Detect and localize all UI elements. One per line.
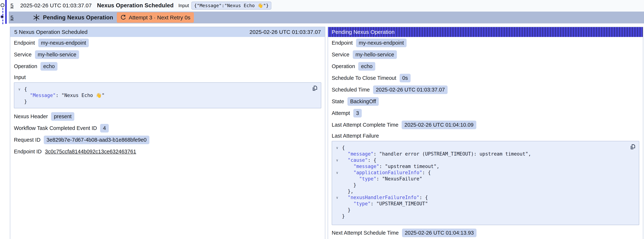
collapse-chevron-icon [17,98,24,105]
copy-icon [312,85,318,91]
code-line: "message": "upstream timeout", [335,163,626,170]
field-endpoint: Endpoint my-nexus-endpoint [328,37,643,49]
collapse-chevron-icon [335,213,342,219]
pending-asterisk-icon [32,14,40,22]
field-label: Next Attempt Schedule Time [332,230,399,236]
field-label: Endpoint [14,40,35,46]
code-line: ∨{ [335,144,626,151]
field-value-badge: my-nexus-endpoint [38,38,89,47]
code-line: } [17,98,308,105]
event-row-nexus-operation-scheduled[interactable]: 5 2025-02-26 UTC 01:03:37.07 Nexus Opera… [9,0,644,11]
retry-status-badge: Attempt 3 · Next Retry 0s [117,12,194,23]
event-id-link[interactable]: 5 [10,2,14,8]
event-detail-header[interactable]: 5 Nexus Operation Scheduled 2025-02-26 U… [10,27,325,37]
field-label: Service [332,52,350,58]
copy-icon [630,144,636,150]
endpoint-id-link[interactable]: 3c0c75ccfa8144b092c13ce632463761 [45,148,136,155]
field-service: Service my-hello-service [328,49,643,60]
field-value-badge: my-hello-service [353,50,397,59]
field-value-badge: 2025-02-26 UTC 01:04:13.93 [402,228,476,237]
code-line: "Message": "Nexus Echo 👋" [17,92,308,98]
code-line: } [335,207,626,213]
field-label: Scheduled Time [332,87,370,93]
pending-row-id-link[interactable]: 5 [10,14,14,21]
retry-icon [120,14,126,20]
field-operation: Operation echo [328,60,643,72]
field-value-badge: my-nexus-endpoint [356,38,407,47]
input-section-label: Input [10,72,325,82]
event-detail-header-time: 2025-02-26 UTC 01:03:37.07 [250,29,321,35]
collapse-chevron-icon[interactable]: ∨ [335,144,342,151]
collapse-chevron-icon [335,200,342,207]
field-label: Nexus Header [14,114,48,120]
field-label: Operation [14,63,37,69]
field-label: Last Attempt Failure [332,133,379,139]
collapse-chevron-icon [335,176,342,182]
code-line: ∨ "nexusHandlerFailureInfo": { [335,194,626,200]
field-value-badge: BackingOff [348,97,379,106]
field-scheduled-time: Scheduled Time 2025-02-26 UTC 01:03:37.0… [328,84,643,96]
field-value-badge: 2025-02-26 UTC 01:03:37.07 [373,86,448,94]
event-title: Nexus Operation Scheduled [97,2,174,9]
last-attempt-failure-code-block: ∨{ "message": "handler error (UPSTREAM_T… [332,141,639,225]
collapse-chevron-icon [335,163,342,170]
field-endpoint: Endpoint my-nexus-endpoint [10,37,325,49]
field-next-attempt-schedule-time: Next Attempt Schedule Time 2025-02-26 UT… [328,227,643,239]
field-value-badge: 4 [100,124,108,132]
field-label: Endpoint ID [14,148,42,155]
pending-row-title: Pending Nexus Operation [43,14,113,21]
field-label: Operation [332,63,355,69]
field-value-badge: 3 [353,109,362,118]
collapse-chevron-icon [335,182,342,188]
code-line: ∨ { [17,86,308,92]
code-line: "type": "UPSTREAM_TIMEOUT" [335,200,626,207]
code-line: ∨ "cause": { [335,157,626,163]
collapse-chevron-icon [335,207,342,213]
field-label: Schedule To Close Timeout [332,75,396,81]
collapse-chevron-icon [335,188,342,194]
field-value-badge: my-hello-service [35,50,79,59]
event-timestamp: 2025-02-26 UTC 01:03:37.07 [20,2,92,8]
input-code-block: ∨ { "Message": "Nexus Echo 👋" } [14,82,321,108]
field-nexus-header: Nexus Header present [10,110,325,122]
field-attempt: Attempt 3 [328,107,643,119]
collapse-chevron-icon[interactable]: ∨ [17,86,24,92]
field-label: Last Attempt Complete Time [332,122,398,128]
collapse-chevron-icon [335,151,342,157]
pending-operation-header: Pending Nexus Operation [328,27,643,37]
field-value-badge: echo [358,62,375,71]
field-label: Endpoint [332,40,353,46]
field-last-attempt-complete-time: Last Attempt Complete Time 2025-02-26 UT… [328,119,643,131]
field-workflow-task-completed-event-id: Workflow Task Completed Event ID 4 [10,122,325,134]
field-value-badge: echo [40,62,58,71]
copy-button[interactable] [312,85,318,92]
collapse-chevron-icon[interactable]: ∨ [335,157,342,163]
field-value-badge: 2025-02-26 UTC 01:04:10.09 [402,120,476,129]
timeline-active-bar [5,0,7,24]
field-operation: Operation echo [10,60,325,72]
field-value-badge: 3e829b7e-7d67-4b08-aad3-b1e868bfe9e0 [44,136,150,144]
collapse-chevron-icon[interactable]: ∨ [335,194,342,200]
field-label: Workflow Task Completed Event ID [14,125,97,131]
field-schedule-to-close-timeout: Schedule To Close Timeout 0s [328,72,643,84]
pending-operation-header-title: Pending Nexus Operation [332,29,395,35]
retry-badge-label: Attempt 3 · Next Retry 0s [129,14,190,21]
code-line: "message": "handler error (UPSTREAM_TIME… [335,151,626,157]
pending-operation-panel: Pending Nexus Operation Endpoint my-nexu… [328,27,643,239]
field-label: Input [14,74,26,80]
field-state: State BackingOff [328,96,643,107]
code-line: } [335,182,626,188]
collapse-chevron-icon[interactable]: ∨ [335,170,342,176]
field-label: Service [14,52,32,58]
field-request-id: Request ID 3e829b7e-7d67-4b08-aad3-b1e86… [10,134,325,146]
timeline-pending-marker-icon [0,15,4,18]
field-endpoint-id: Endpoint ID 3c0c75ccfa8144b092c13ce63246… [10,146,325,158]
code-line: "type": "NexusFailure" [335,176,626,182]
timeline-event-marker-icon [0,3,4,7]
event-input-value-badge[interactable]: {"Message":"Nexus Echo 👋"} [192,2,271,10]
event-input-label: Input [178,3,189,8]
event-detail-header-title: 5 Nexus Operation Scheduled [14,29,88,35]
copy-button[interactable] [629,144,636,150]
pending-nexus-operation-row[interactable]: 5 Pending Nexus Operation Attempt 3 · Ne… [9,12,644,24]
code-line: } [335,213,626,219]
